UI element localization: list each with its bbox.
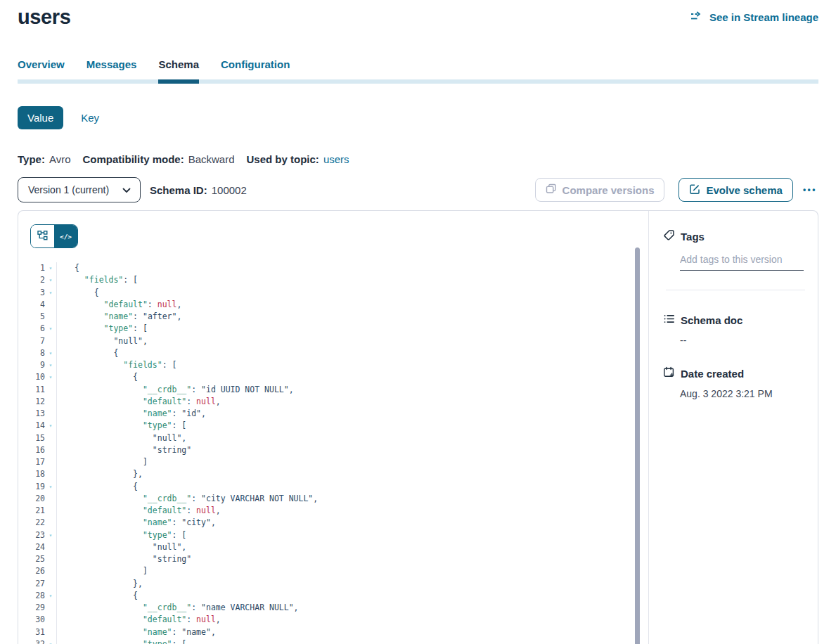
line-number: 15	[18, 432, 45, 444]
code-text: "name": "after",	[57, 311, 181, 323]
code-line-17: 17 ]	[18, 456, 648, 468]
stream-lineage-link[interactable]: See in Stream lineage	[690, 11, 818, 23]
collapse-toggle-icon[interactable]: ▾	[45, 274, 57, 286]
gutter-spacer	[45, 335, 57, 347]
page-title: users	[18, 6, 70, 29]
code-line-15: 15 "null",	[18, 432, 648, 444]
gutter-spacer	[45, 517, 57, 529]
topic-link[interactable]: users	[323, 153, 349, 165]
line-number: 28	[18, 590, 45, 602]
tab-schema[interactable]: Schema	[158, 58, 199, 84]
code-text: "type": [	[57, 323, 148, 335]
code-text: "type": [	[57, 529, 186, 541]
collapse-toggle-icon[interactable]: ▾	[45, 323, 57, 335]
code-line-19: 19▾ {	[18, 481, 648, 493]
code-line-29: 29 "__crdb__": "name VARCHAR NULL",	[18, 602, 648, 614]
line-number: 5	[18, 311, 45, 323]
line-number: 19	[18, 481, 45, 493]
line-number: 32	[18, 638, 45, 644]
line-number: 4	[18, 299, 45, 311]
code-text: },	[57, 468, 143, 480]
line-number: 25	[18, 553, 45, 565]
type-value: Avro	[49, 153, 71, 165]
code-line-32: 32▾ "type": [	[18, 638, 648, 644]
code-line-10: 10▾ {	[18, 371, 648, 383]
used-by-topic: Used by topic: users	[247, 153, 349, 165]
used-by-topic-label: Used by topic:	[247, 153, 319, 165]
more-options-button[interactable]: •••	[802, 182, 818, 198]
collapse-toggle-icon[interactable]: ▾	[45, 371, 57, 383]
code-line-24: 24 "null",	[18, 541, 648, 553]
line-number: 31	[18, 626, 45, 638]
evolve-schema-button[interactable]: Evolve schema	[679, 178, 792, 202]
tree-view-button[interactable]	[31, 225, 54, 247]
collapse-toggle-icon[interactable]: ▾	[45, 481, 57, 493]
type-label: Type:	[18, 153, 45, 165]
gutter-spacer	[45, 602, 57, 614]
code-text: "name": "city",	[57, 517, 216, 529]
schema-page: users See in Stream lineage OverviewMess…	[0, 0, 836, 644]
code-text: "__crdb__": "id UUID NOT NULL",	[57, 384, 294, 396]
line-number: 9	[18, 359, 45, 371]
gutter-spacer	[45, 432, 57, 444]
schema-doc-title: Schema doc	[681, 314, 742, 326]
tags-section-header: Tags	[663, 229, 805, 243]
collapse-toggle-icon[interactable]: ▾	[45, 287, 57, 299]
line-number: 13	[18, 408, 45, 420]
code-line-13: 13 "name": "id",	[18, 408, 648, 420]
code-text: "null",	[57, 541, 186, 553]
line-number: 11	[18, 384, 45, 396]
line-number: 26	[18, 565, 45, 577]
code-view-button[interactable]: </>	[54, 225, 77, 247]
code-line-14: 14▾ "type": [	[18, 420, 648, 432]
gutter-spacer	[45, 444, 57, 456]
code-text: "fields": [	[57, 359, 176, 371]
add-tags-input[interactable]	[680, 252, 804, 271]
code-text: {	[57, 287, 99, 299]
collapse-toggle-icon[interactable]: ▾	[45, 420, 57, 432]
key-toggle-button[interactable]: Key	[81, 112, 99, 124]
compare-versions-icon	[546, 183, 557, 196]
code-text: "name": "name",	[57, 626, 216, 638]
line-number: 12	[18, 396, 45, 408]
schema-id-label: Schema ID:	[150, 184, 207, 196]
code-text: "default": null,	[57, 396, 221, 408]
schema-doc-section-header: Schema doc	[663, 313, 805, 327]
collapse-toggle-icon[interactable]: ▾	[45, 590, 57, 602]
code-text: "string"	[57, 553, 191, 565]
stream-lineage-label: See in Stream lineage	[709, 11, 818, 23]
topbar: users See in Stream lineage	[18, 0, 818, 29]
collapse-toggle-icon[interactable]: ▾	[45, 262, 57, 274]
schema-id-value: 100002	[212, 184, 247, 196]
gutter-spacer	[45, 626, 57, 638]
collapse-toggle-icon[interactable]: ▾	[45, 529, 57, 541]
collapse-toggle-icon[interactable]: ▾	[45, 347, 57, 359]
code-line-30: 30 "default": null,	[18, 614, 648, 626]
code-line-9: 9▾ "fields": [	[18, 359, 648, 371]
schema-key-value-toggle: Value Key	[18, 106, 818, 129]
line-number: 7	[18, 335, 45, 347]
schema-doc-value: --	[680, 335, 805, 346]
value-toggle-button[interactable]: Value	[18, 106, 63, 129]
code-text: "default": null,	[57, 614, 221, 626]
editor-scrollbar[interactable]	[635, 247, 640, 644]
code-text: {	[57, 590, 138, 602]
line-number: 17	[18, 456, 45, 468]
gutter-spacer	[45, 468, 57, 480]
gutter-spacer	[45, 565, 57, 577]
code-line-21: 21 "default": null,	[18, 505, 648, 517]
code-text: ]	[57, 565, 148, 577]
line-number: 3	[18, 287, 45, 299]
line-number: 21	[18, 505, 45, 517]
compare-versions-button[interactable]: Compare versions	[535, 178, 665, 202]
version-select[interactable]: Version 1 (current)	[18, 177, 141, 202]
collapse-toggle-icon[interactable]: ▾	[45, 359, 57, 371]
code-text: {	[57, 347, 118, 359]
collapse-toggle-icon[interactable]: ▾	[45, 638, 57, 644]
line-number: 29	[18, 602, 45, 614]
evolve-schema-label: Evolve schema	[706, 184, 782, 196]
gutter-spacer	[45, 505, 57, 517]
code-lines: 1▾{2▾ "fields": [3▾ {4 "default": null,5…	[18, 262, 648, 644]
code-line-3: 3▾ {	[18, 287, 648, 299]
compare-versions-label: Compare versions	[562, 184, 655, 196]
